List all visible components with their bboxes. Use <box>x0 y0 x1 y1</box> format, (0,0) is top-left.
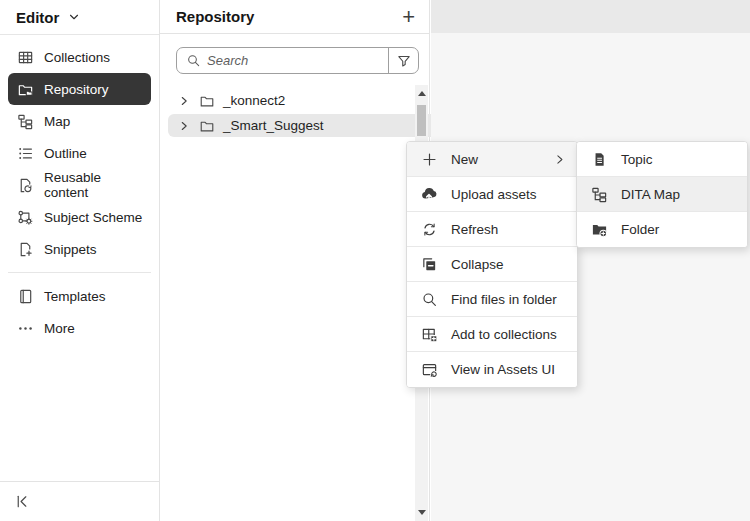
tree-item-label: _konnect2 <box>223 93 285 108</box>
repository-panel: Repository + _konnect2 <box>160 0 430 521</box>
submenu-item-folder[interactable]: Folder <box>577 212 747 247</box>
menu-item-label: Find files in folder <box>451 292 557 307</box>
sidebar-item-snippets[interactable]: Snippets <box>8 233 151 265</box>
search-input[interactable] <box>207 53 388 68</box>
panel-title: Repository <box>176 8 402 25</box>
menu-item-label: Collapse <box>451 257 504 272</box>
sidebar-item-label: Reusable content <box>44 170 143 200</box>
sidebar-item-label: Repository <box>44 82 109 97</box>
editor-title: Editor <box>16 9 59 26</box>
subject-scheme-icon <box>16 208 34 226</box>
menu-item-label: Refresh <box>451 222 498 237</box>
plus-icon <box>420 150 438 168</box>
upload-cloud-icon <box>420 185 438 203</box>
folder-icon <box>199 118 215 134</box>
view-assets-icon <box>420 361 438 379</box>
chevron-right-icon[interactable] <box>177 119 191 133</box>
add-new-button[interactable]: + <box>402 7 415 27</box>
tree-item-label: _Smart_Suggest <box>223 118 324 133</box>
sidebar-item-collections[interactable]: Collections <box>8 41 151 73</box>
search-bar <box>176 47 419 74</box>
scroll-up-arrow[interactable] <box>418 91 426 96</box>
sidebar-item-label: Templates <box>44 289 106 304</box>
outline-icon <box>16 144 34 162</box>
sidebar-item-label: Subject Scheme <box>44 210 142 225</box>
dita-map-icon <box>590 185 608 203</box>
menu-item-label: View in Assets UI <box>451 362 555 377</box>
sidebar: Editor Collections Repository <box>0 0 160 521</box>
sidebar-item-subject-scheme[interactable]: Subject Scheme <box>8 201 151 233</box>
menu-item-label: New <box>451 152 478 167</box>
add-to-collections-icon <box>420 325 438 343</box>
search-icon <box>420 290 438 308</box>
submenu-item-dita-map[interactable]: DITA Map <box>577 177 747 212</box>
funnel-icon <box>396 53 412 69</box>
sidebar-item-repository[interactable]: Repository <box>8 73 151 105</box>
sidebar-item-label: Collections <box>44 50 110 65</box>
chevron-right-icon[interactable] <box>177 94 191 108</box>
menu-item-label: Upload assets <box>451 187 537 202</box>
repository-panel-header: Repository + <box>160 0 429 34</box>
menu-item-label: Add to collections <box>451 327 557 342</box>
reusable-content-icon <box>16 176 34 194</box>
submenu-item-label: Topic <box>621 152 653 167</box>
menu-item-new[interactable]: New <box>407 142 577 177</box>
collapse-icon <box>420 255 438 273</box>
search-icon <box>186 53 201 68</box>
scroll-down-arrow[interactable] <box>418 510 426 515</box>
sidebar-footer <box>0 481 159 521</box>
menu-item-add-to-collections[interactable]: Add to collections <box>407 317 577 352</box>
snippets-icon <box>16 240 34 258</box>
menu-item-upload-assets[interactable]: Upload assets <box>407 177 577 212</box>
sidebar-item-label: More <box>44 321 75 336</box>
submenu-item-label: DITA Map <box>621 187 680 202</box>
repository-icon <box>16 80 34 98</box>
folder-context-menu: New Upload assets Refresh Collapse <box>406 141 578 388</box>
collections-icon <box>16 48 34 66</box>
sidebar-item-label: Outline <box>44 146 87 161</box>
new-submenu: Topic DITA Map Folder <box>576 141 748 248</box>
folder-icon <box>199 93 215 109</box>
editor-app: Editor Collections Repository <box>0 0 750 521</box>
folder-add-icon <box>590 221 608 239</box>
sidebar-item-reusable-content[interactable]: Reusable content <box>8 169 151 201</box>
menu-item-find-files[interactable]: Find files in folder <box>407 282 577 317</box>
editor-mode-switcher[interactable]: Editor <box>0 0 159 35</box>
scrollbar-thumb[interactable] <box>417 105 426 136</box>
canvas-toolbar-strip <box>431 0 750 33</box>
menu-item-refresh[interactable]: Refresh <box>407 212 577 247</box>
templates-icon <box>16 287 34 305</box>
sidebar-item-more[interactable]: More <box>8 312 151 344</box>
sidebar-divider <box>8 272 151 273</box>
submenu-chevron-icon <box>553 153 566 166</box>
sidebar-item-outline[interactable]: Outline <box>8 137 151 169</box>
sidebar-item-label: Snippets <box>44 242 97 257</box>
sidebar-nav: Collections Repository Map Outline <box>0 35 159 344</box>
filter-button[interactable] <box>388 48 418 73</box>
refresh-icon <box>420 220 438 238</box>
sidebar-item-templates[interactable]: Templates <box>8 280 151 312</box>
map-icon <box>16 112 34 130</box>
submenu-item-label: Folder <box>621 222 659 237</box>
more-icon <box>16 319 34 337</box>
sidebar-item-label: Map <box>44 114 70 129</box>
sidebar-item-map[interactable]: Map <box>8 105 151 137</box>
submenu-item-topic[interactable]: Topic <box>577 142 747 177</box>
menu-item-collapse[interactable]: Collapse <box>407 247 577 282</box>
collapse-sidebar-button[interactable] <box>14 493 31 510</box>
topic-document-icon <box>590 150 608 168</box>
menu-item-view-in-assets-ui[interactable]: View in Assets UI <box>407 352 577 387</box>
chevron-down-icon <box>67 10 81 24</box>
